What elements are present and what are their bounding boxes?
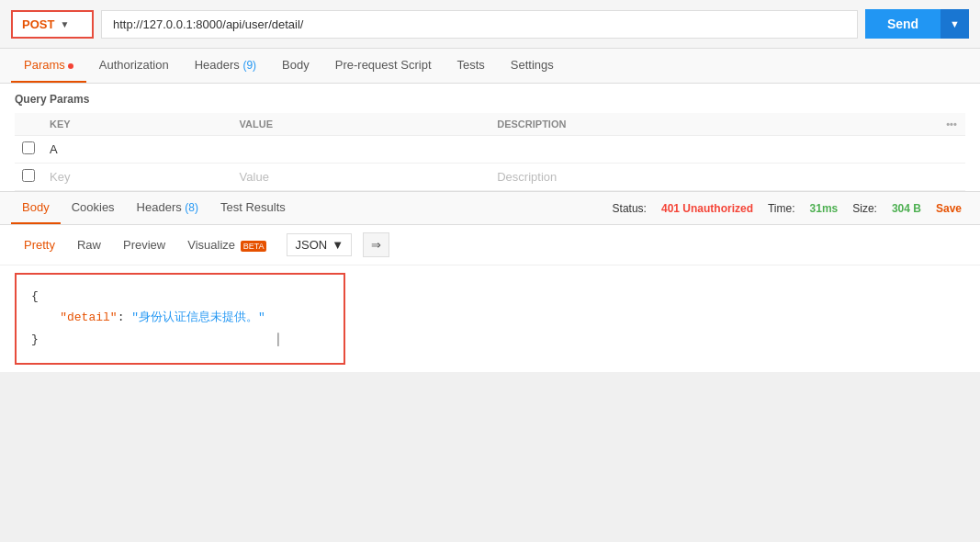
format-tab-visualize[interactable]: Visualize BETA: [178, 233, 276, 256]
row-checkbox-2[interactable]: [22, 169, 35, 182]
row-key-placeholder[interactable]: Key: [42, 164, 232, 191]
format-tab-raw[interactable]: Raw: [68, 233, 110, 256]
params-table: KEY VALUE DESCRIPTION ••• A: [15, 113, 965, 191]
save-response-link[interactable]: Save: [936, 202, 962, 215]
send-dropdown-button[interactable]: ▼: [941, 9, 969, 39]
headers-badge: (9): [242, 59, 256, 72]
time-label: Time:: [768, 202, 795, 215]
tab-test-results[interactable]: Test Results: [209, 192, 297, 224]
beta-badge: BETA: [241, 241, 267, 252]
send-button[interactable]: Send: [865, 9, 941, 39]
response-headers-badge: (8): [185, 201, 198, 214]
response-status: Status: 401 Unauthorized Time: 31ms Size…: [613, 202, 969, 215]
row-desc-placeholder[interactable]: Description: [490, 164, 938, 191]
url-input[interactable]: [101, 10, 858, 39]
row-desc-1[interactable]: [490, 136, 938, 164]
row-checkbox-1[interactable]: [22, 141, 35, 154]
row-more-2[interactable]: [938, 164, 965, 191]
json-key: "detail": [60, 311, 117, 324]
status-value: 401 Unauthorized: [661, 202, 753, 215]
json-output: { "detail": "身份认证信息未提供。" } │: [15, 273, 345, 365]
table-row: A: [15, 136, 965, 164]
size-label: Size:: [852, 202, 877, 215]
tab-tests[interactable]: Tests: [445, 49, 498, 83]
query-params-title: Query Params: [15, 93, 965, 106]
query-params-section: Query Params KEY VALUE DESCRIPTION ••• A: [0, 84, 980, 191]
tab-cookies[interactable]: Cookies: [61, 192, 126, 224]
tab-settings[interactable]: Settings: [498, 49, 567, 83]
tab-params[interactable]: Params: [11, 49, 86, 83]
wrap-button[interactable]: ⇒: [363, 232, 389, 257]
col-checkbox: [15, 113, 42, 136]
format-tab-preview[interactable]: Preview: [114, 233, 175, 256]
row-key-1[interactable]: A: [42, 136, 232, 164]
format-dropdown-chevron-icon: ▼: [332, 238, 344, 252]
bottom-area: [0, 372, 980, 542]
json-line-2: "detail": "身份认证信息未提供。": [31, 307, 329, 328]
params-dot: [68, 63, 73, 69]
col-key: KEY: [42, 113, 232, 136]
row-value-placeholder[interactable]: Value: [232, 164, 490, 191]
send-btn-group: Send ▼: [865, 9, 969, 39]
format-tab-pretty[interactable]: Pretty: [15, 233, 64, 256]
method-text: POST: [22, 17, 54, 31]
cursor-icon: │: [275, 333, 282, 346]
json-value: "身份认证信息未提供。": [131, 311, 265, 324]
json-line-1: {: [31, 286, 329, 307]
app-container: POST ▼ Send ▼ Params Authorization Heade…: [0, 0, 980, 542]
col-description: DESCRIPTION: [490, 113, 938, 136]
time-value: 31ms: [810, 202, 839, 215]
row-more-1[interactable]: [938, 136, 965, 164]
table-row: Key Value Description: [15, 164, 965, 191]
format-dropdown[interactable]: JSON ▼: [287, 233, 352, 256]
request-tabs: Params Authorization Headers (9) Body Pr…: [0, 49, 980, 84]
tab-response-headers[interactable]: Headers (8): [126, 192, 209, 224]
json-output-wrapper: { "detail": "身份认证信息未提供。" } │: [0, 265, 980, 372]
status-label: Status:: [613, 202, 647, 215]
size-value: 304 B: [892, 202, 921, 215]
tab-response-body[interactable]: Body: [11, 192, 61, 224]
response-section: Body Cookies Headers (8) Test Results St…: [0, 191, 980, 372]
json-line-3: } │: [31, 329, 329, 350]
col-value: VALUE: [232, 113, 490, 136]
method-dropdown[interactable]: POST ▼: [11, 10, 94, 39]
row-value-1[interactable]: [232, 136, 490, 164]
tab-authorization[interactable]: Authorization: [86, 49, 182, 83]
tab-headers[interactable]: Headers (9): [182, 49, 269, 83]
format-dropdown-value: JSON: [295, 238, 327, 252]
response-body-toolbar: Pretty Raw Preview Visualize BETA JSON ▼…: [0, 225, 980, 265]
url-bar: POST ▼ Send ▼: [0, 0, 980, 49]
col-more: •••: [938, 113, 965, 136]
tab-prerequest[interactable]: Pre-request Script: [322, 49, 445, 83]
response-tabs-bar: Body Cookies Headers (8) Test Results St…: [0, 192, 980, 225]
method-chevron-icon: ▼: [60, 19, 69, 29]
tab-body[interactable]: Body: [269, 49, 322, 83]
